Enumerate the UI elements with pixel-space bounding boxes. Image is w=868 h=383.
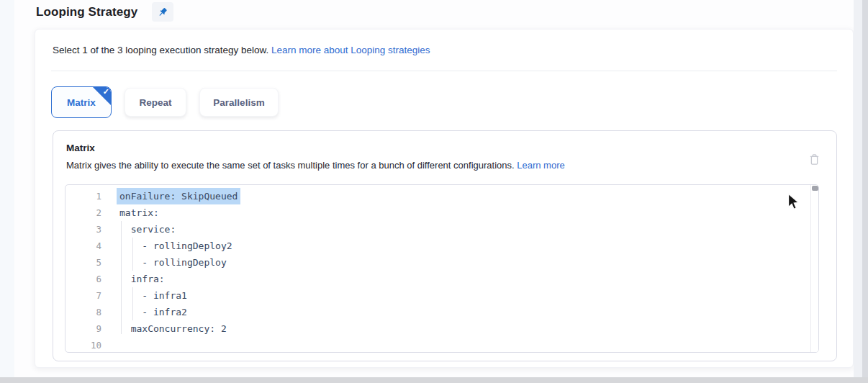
matrix-panel: Matrix Matrix gives the ability to execu…: [53, 130, 837, 361]
page-scrollbar[interactable]: [862, 0, 868, 383]
editor-scrollbar-track[interactable]: [810, 185, 818, 352]
intro-sentence: Select 1 of the 3 looping execution stra…: [53, 45, 271, 55]
pin-button[interactable]: [152, 2, 173, 22]
trash-icon: [809, 153, 820, 166]
tab-matrix[interactable]: Matrix ✓: [51, 86, 112, 118]
matrix-panel-title: Matrix: [66, 143, 95, 153]
code-lines: 1 onFailure: SkipQueued 2 matrix: 3 serv…: [65, 188, 810, 353]
code-line[interactable]: 9 maxConcurrency: 2: [65, 320, 810, 337]
code-line-text: - rollingDeploy2: [119, 238, 232, 254]
tab-repeat[interactable]: Repeat: [125, 88, 186, 117]
code-line-text: - infra2: [119, 304, 187, 320]
yaml-code-editor[interactable]: 1 onFailure: SkipQueued 2 matrix: 3 serv…: [65, 184, 819, 353]
code-line-text: onFailure: SkipQueued: [117, 188, 240, 204]
code-line[interactable]: 5 - rollingDeploy: [65, 254, 810, 271]
tab-parallelism-label: Parallelism: [213, 97, 264, 108]
checkmark-icon: ✓: [103, 87, 109, 96]
code-line-text: infra:: [119, 271, 165, 287]
line-number: 5: [65, 254, 101, 271]
window-bottom-edge: [0, 377, 868, 383]
line-number: 1: [65, 188, 101, 204]
code-line-text: matrix:: [119, 204, 159, 221]
line-number: 8: [65, 304, 101, 320]
indent-guide: [132, 238, 133, 271]
code-line[interactable]: 8 - infra2: [65, 304, 810, 320]
code-line-text: - rollingDeploy: [119, 254, 227, 271]
code-line-text: - infra1: [119, 287, 187, 304]
matrix-panel-description: Matrix gives the ability to execute the …: [66, 160, 565, 171]
code-line[interactable]: 6 infra:: [65, 271, 810, 287]
line-number: 10: [65, 337, 101, 353]
intro-text: Select 1 of the 3 looping execution stra…: [53, 45, 430, 55]
editor-scrollbar-thumb[interactable]: [812, 186, 818, 191]
code-line[interactable]: 4 - rollingDeploy2: [65, 238, 810, 254]
code-line-text: service:: [119, 221, 176, 238]
tab-repeat-label: Repeat: [139, 97, 171, 108]
line-number: 6: [65, 271, 101, 287]
tab-matrix-label: Matrix: [67, 97, 96, 108]
code-line[interactable]: 10: [65, 337, 810, 353]
code-line[interactable]: 7 - infra1: [65, 287, 810, 304]
indent-guide: [132, 287, 133, 320]
indent-guide: [121, 221, 122, 334]
code-line-text: maxConcurrency: 2: [119, 320, 227, 337]
page-scrollbar-gutter: [854, 0, 862, 383]
code-line[interactable]: 2 matrix:: [65, 204, 810, 221]
line-number: 2: [65, 204, 101, 221]
learn-more-matrix-link[interactable]: Learn more: [517, 160, 564, 171]
delete-strategy-button[interactable]: [806, 151, 822, 167]
page-title: Looping Strategy: [36, 5, 137, 19]
section-divider: [51, 71, 837, 71]
learn-more-strategies-link[interactable]: Learn more about Looping strategies: [271, 45, 430, 55]
page-left-gutter: [0, 0, 14, 383]
line-number: 7: [65, 287, 101, 304]
line-number: 9: [65, 320, 101, 337]
line-number: 4: [65, 238, 101, 254]
pushpin-icon: [157, 6, 168, 18]
matrix-description-text: Matrix gives the ability to execute the …: [66, 160, 517, 171]
line-number: 3: [65, 221, 101, 238]
looping-strategy-card: Select 1 of the 3 looping execution stra…: [35, 29, 854, 368]
code-line[interactable]: 3 service:: [65, 221, 810, 238]
tab-parallelism[interactable]: Parallelism: [199, 88, 279, 117]
code-line[interactable]: 1 onFailure: SkipQueued: [65, 188, 810, 204]
looping-strategy-screen: Looping Strategy Select 1 of the 3 loopi…: [0, 0, 868, 383]
